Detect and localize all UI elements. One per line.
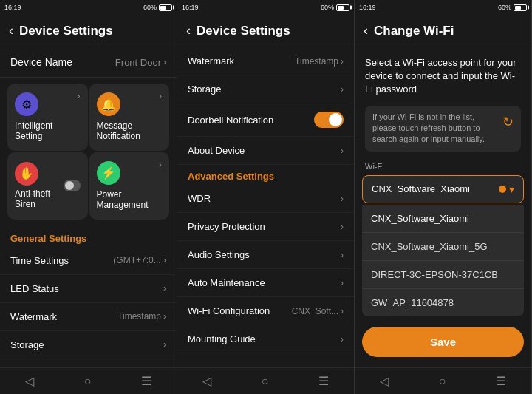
panel-content-2: Watermark Timestamp› Storage › Doorbell … [177, 47, 354, 367]
panel-title-1: Device Settings [19, 24, 113, 38]
menu-watermark-2[interactable]: Watermark Timestamp› [177, 47, 354, 75]
status-bar-2: 16:19 60% [177, 0, 354, 15]
wifi-option-2[interactable]: DIRECT-3C-EPSON-37C1CB [362, 261, 524, 289]
wifi-selected-row[interactable]: CNX_Software_Xiaomi ▾ [362, 175, 524, 203]
back-button-1[interactable]: ‹ [9, 23, 13, 38]
nav-menu-1[interactable]: ☰ [141, 374, 151, 388]
menu-audio[interactable]: Audio Settings › [177, 241, 354, 269]
cell-intelligent[interactable]: ⚙ Intelligent Setting › [7, 84, 88, 151]
device-name-value: Front Door › [115, 57, 166, 68]
wifi-option-1[interactable]: CNX_Software_Xiaomi_5G [362, 233, 524, 261]
battery-3: 60% [498, 4, 511, 11]
menu-about-device[interactable]: About Device › [177, 137, 354, 165]
nav-bar-3: ◁ ○ ☰ [355, 367, 531, 394]
back-button-2[interactable]: ‹ [186, 23, 191, 38]
device-name-row[interactable]: Device Name Front Door › [0, 47, 177, 78]
antitheft-label: Anti-theft Siren [15, 188, 59, 210]
nav-bar-1: ◁ ○ ☰ [0, 367, 177, 394]
menu-mounting-guide[interactable]: Mounting Guide › [177, 325, 354, 353]
status-bar-1: 16:19 60% [0, 0, 177, 15]
back-button-3[interactable]: ‹ [364, 23, 368, 38]
menu-storage-1[interactable]: Storage › [0, 331, 177, 359]
cell-message[interactable]: 🔔 Message Notification › [89, 84, 170, 151]
wifi-option-3[interactable]: GW_AP_11604878 [362, 289, 524, 316]
nav-menu-2[interactable]: ☰ [318, 374, 329, 388]
panel-content-1: Device Name Front Door › ⚙ Intelligent S… [0, 47, 177, 367]
panel-title-3: Change Wi-Fi [374, 24, 454, 38]
icon-grid: ⚙ Intelligent Setting › 🔔 Message Notifi… [0, 78, 177, 225]
menu-wdr[interactable]: WDR › [177, 185, 354, 213]
panel-change-wifi: 16:19 60% ‹ Change Wi-Fi Select a Wi-Fi … [355, 0, 532, 394]
advanced-settings-header: Advanced Settings [177, 165, 354, 185]
nav-home-1[interactable]: ○ [84, 375, 92, 388]
menu-led-status[interactable]: LED Status › [0, 275, 177, 303]
selected-network-name: CNX_Software_Xiaomi [372, 183, 470, 194]
message-label: Message Notification [97, 120, 163, 142]
menu-watermark-1[interactable]: Watermark Timestamp› [0, 303, 177, 331]
menu-privacy[interactable]: Privacy Protection › [177, 213, 354, 241]
panel-header-1: ‹ Device Settings [0, 15, 177, 47]
message-arrow: › [159, 91, 162, 101]
message-icon: 🔔 [97, 92, 120, 116]
antitheft-icon: ✋ [15, 162, 38, 186]
nav-back-1[interactable]: ◁ [25, 374, 34, 388]
wifi-option-0[interactable]: CNX_Software_Xiaomi [362, 205, 524, 233]
menu-auto-maintenance[interactable]: Auto Maintenance › [177, 269, 354, 297]
time-3: 16:19 [359, 4, 376, 11]
status-bar-3: 16:19 60% [355, 0, 531, 15]
battery-2: 60% [321, 4, 334, 11]
hint-text: If your Wi-Fi is not in the list, please… [372, 112, 497, 146]
intelligent-icon: ⚙ [15, 92, 38, 116]
nav-back-3[interactable]: ◁ [380, 374, 389, 388]
time-2: 16:19 [182, 4, 199, 11]
doorbell-toggle[interactable] [314, 112, 344, 128]
menu-doorbell[interactable]: Doorbell Notification [177, 103, 354, 137]
intelligent-arrow: › [78, 91, 81, 101]
panel-header-3: ‹ Change Wi-Fi [355, 15, 531, 47]
panel-content-3: Select a Wi-Fi access point for your dev… [355, 47, 531, 367]
wifi-dot [499, 186, 506, 193]
power-arrow: › [159, 160, 162, 170]
antitheft-toggle[interactable] [64, 180, 81, 191]
wifi-hint: If your Wi-Fi is not in the list, please… [365, 106, 521, 152]
nav-back-2[interactable]: ◁ [202, 374, 211, 388]
nav-home-2[interactable]: ○ [262, 375, 269, 388]
battery-icon-2 [336, 4, 349, 11]
refresh-icon[interactable]: ↻ [502, 113, 514, 132]
dropdown-arrow[interactable]: ▾ [509, 183, 514, 195]
wifi-description: Select a Wi-Fi access point for your dev… [355, 47, 531, 103]
device-name-label: Device Name [10, 56, 72, 68]
panel-device-settings: 16:19 60% ‹ Device Settings Device Name … [0, 0, 177, 394]
panel-header-2: ‹ Device Settings [177, 15, 354, 47]
battery-icon-1 [159, 4, 172, 11]
intelligent-label: Intelligent Setting [15, 120, 81, 142]
battery-1: 60% [143, 4, 157, 11]
time-1: 16:19 [4, 4, 21, 11]
nav-menu-3[interactable]: ☰ [496, 374, 506, 388]
nav-home-3[interactable]: ○ [439, 375, 446, 388]
panel-device-settings-2: 16:19 60% ‹ Device Settings Watermark Ti… [177, 0, 355, 394]
panel-title-2: Device Settings [197, 24, 290, 38]
battery-icon-3 [514, 4, 527, 11]
wifi-dropdown-list: CNX_Software_Xiaomi CNX_Software_Xiaomi_… [362, 205, 524, 316]
nav-bar-2: ◁ ○ ☰ [177, 367, 354, 394]
power-label: Power Management [97, 189, 163, 211]
menu-time-settings[interactable]: Time Settings (GMT+7:0... › [0, 247, 177, 275]
wifi-selected-right: ▾ [499, 183, 514, 195]
power-icon: ⚡ [97, 161, 120, 185]
cell-antitheft[interactable]: ✋ Anti-theft Siren [7, 152, 88, 220]
wifi-section-label: Wi-Fi [355, 157, 531, 174]
general-settings-header: General Settings [0, 225, 177, 247]
menu-storage-2[interactable]: Storage › [177, 75, 354, 103]
menu-wifi-config[interactable]: Wi-Fi Configuration CNX_Soft...› [177, 297, 354, 325]
save-button[interactable]: Save [362, 327, 524, 357]
cell-power[interactable]: ⚡ Power Management › [89, 152, 170, 220]
